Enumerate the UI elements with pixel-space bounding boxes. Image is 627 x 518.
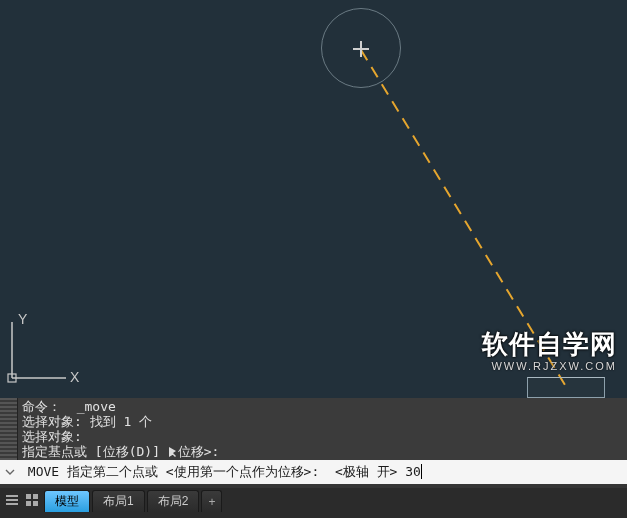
layout-grid-icon[interactable] (24, 492, 40, 508)
svg-rect-8 (33, 494, 38, 499)
tab-layout1[interactable]: 布局1 (92, 490, 145, 512)
cmd-history-line: 选择对象: (22, 429, 82, 444)
layout-tab-bar: 模型 布局1 布局2 + (0, 488, 627, 518)
svg-rect-9 (26, 501, 31, 506)
tab-add-layout[interactable]: + (201, 490, 222, 512)
ucs-icon: X Y (6, 310, 86, 390)
tab-layout2[interactable]: 布局2 (147, 490, 200, 512)
model-space-viewport[interactable]: X Y 软件自学网 WWW.RJZXW.COM (0, 0, 627, 398)
command-window[interactable]: 命令： _move 选择对象: 找到 1 个 选择对象: 指定基点或 [位移(D… (0, 398, 627, 488)
selected-object-marker (527, 377, 605, 398)
chevron-down-icon (5, 467, 15, 477)
cmd-history-line: 选择对象: 找到 1 个 (22, 414, 152, 429)
command-history[interactable]: 命令： _move 选择对象: 找到 1 个 选择对象: 指定基点或 [位移(D… (18, 398, 627, 460)
cmd-history-line: 指定基点或 [位移(D)] (22, 444, 168, 459)
crosshair-cursor (353, 41, 369, 57)
command-window-grip[interactable] (0, 398, 18, 460)
ucs-x-label: X (70, 369, 80, 385)
svg-rect-5 (6, 499, 18, 501)
svg-rect-4 (6, 495, 18, 497)
layout-list-icon[interactable] (4, 492, 20, 508)
cursor-glyph-icon (168, 446, 178, 458)
command-dropdown-button[interactable] (0, 460, 20, 484)
svg-rect-7 (26, 494, 31, 499)
watermark-en: WWW.RJZXW.COM (482, 360, 617, 372)
ucs-y-label: Y (18, 311, 28, 327)
cmd-history-line: 命令： _move (22, 399, 116, 414)
tab-model[interactable]: 模型 (44, 490, 90, 512)
watermark-cn: 软件自学网 (482, 327, 617, 362)
command-input-row[interactable]: MOVE 指定第二个点或 <使用第一个点作为位移>: <极轴 开> 30 (0, 460, 627, 484)
svg-rect-10 (33, 501, 38, 506)
watermark: 软件自学网 WWW.RJZXW.COM (482, 327, 617, 372)
command-input[interactable]: MOVE 指定第二个点或 <使用第一个点作为位移>: <极轴 开> 30 (20, 463, 627, 481)
cmd-history-line: 位移>: (178, 444, 220, 459)
svg-rect-6 (6, 503, 18, 505)
